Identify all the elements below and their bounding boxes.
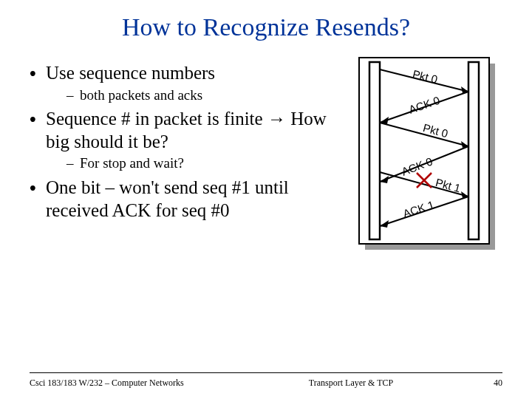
sub-bullet-2: For stop and wait? — [66, 154, 346, 172]
slide: How to Recognize Resends? Use sequence n… — [0, 0, 532, 399]
footer-right: 40 — [458, 378, 502, 389]
footer: Csci 183/183 W/232 – Computer Networks T… — [30, 372, 502, 389]
sub-bullet-1: both packets and acks — [66, 86, 346, 104]
bullet-2: Sequence # in packet is finite → How big… — [30, 108, 346, 172]
footer-center: Transport Layer & TCP — [244, 378, 458, 389]
sequence-diagram: Pkt 0 ACK 0 Pkt 0 ACK 0 Pkt 1 — [355, 58, 502, 257]
bullet-1: Use sequence numbers both packets and ac… — [30, 62, 346, 103]
bullet-list: Use sequence numbers both packets and ac… — [30, 62, 346, 222]
body-row: Use sequence numbers both packets and ac… — [30, 62, 502, 257]
sub-list-1: both packets and acks — [46, 86, 346, 104]
footer-left: Csci 183/183 W/232 – Computer Networks — [30, 378, 244, 389]
slide-title: How to Recognize Resends? — [30, 13, 502, 41]
sender-lifeline — [369, 62, 380, 239]
bullet-content: Use sequence numbers both packets and ac… — [30, 62, 346, 225]
diagram-svg: Pkt 0 ACK 0 Pkt 0 ACK 0 Pkt 1 — [355, 58, 502, 257]
bullet-3-text: One bit – won't send seq #1 until receiv… — [46, 177, 289, 220]
sub-list-2: For stop and wait? — [46, 154, 346, 172]
bullet-3: One bit – won't send seq #1 until receiv… — [30, 177, 346, 222]
bullet-1-text: Use sequence numbers — [46, 63, 215, 83]
bullet-2-text: Sequence # in packet is finite → How big… — [46, 109, 327, 151]
receiver-lifeline — [468, 62, 479, 239]
